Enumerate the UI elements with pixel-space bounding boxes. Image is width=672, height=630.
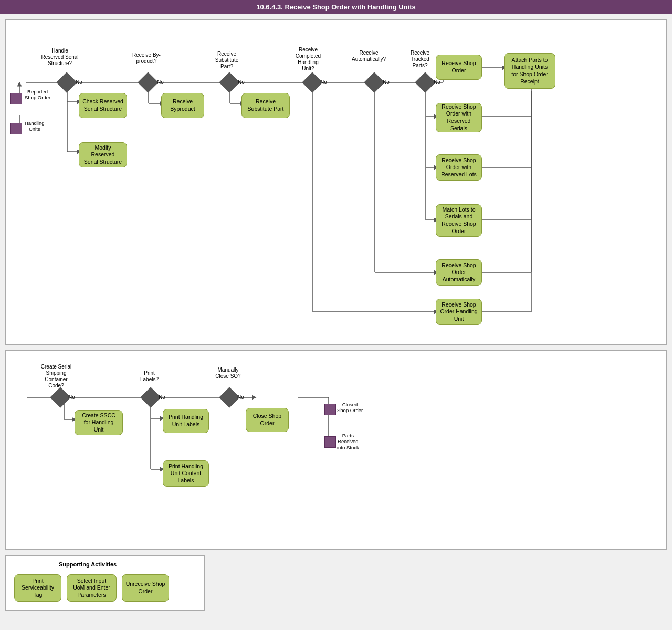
upper-svg <box>6 20 657 346</box>
attach-parts-hu[interactable]: Attach Parts toHandling Unitsfor Shop Or… <box>504 53 555 89</box>
receive-shop-order[interactable]: Receive ShopOrder <box>436 55 482 80</box>
check-reserved-serial[interactable]: Check ReservedSerial Structure <box>79 93 127 118</box>
upper-section: ReportedShop Order HandlingUnits HandleR… <box>5 19 667 345</box>
decision-tracked-parts <box>415 72 436 93</box>
close-shop-order[interactable]: Close ShopOrder <box>246 408 289 432</box>
decision-completed-hu <box>302 72 323 93</box>
receive-auto[interactable]: Receive ShopOrderAutomatically <box>436 259 482 286</box>
decision-print <box>140 387 161 408</box>
no-label-d2: No <box>157 79 164 86</box>
parts-received-icon <box>324 436 336 448</box>
page-container: 10.6.4.3. Receive Shop Order with Handli… <box>0 0 672 630</box>
no-label-d4: No <box>320 79 327 86</box>
create-sscc[interactable]: Create SSCCfor Handling Unit <box>75 410 123 435</box>
decision-print-label: PrintLabels? <box>132 370 166 383</box>
decision-receive-auto <box>364 72 385 93</box>
legend-unreceive-shop-order[interactable]: Unreceive ShopOrder <box>122 574 169 602</box>
print-content-labels[interactable]: Print HandlingUnit ContentLabels <box>163 460 209 487</box>
decision-sscc <box>50 387 71 408</box>
decision-completed-hu-label: ReceiveCompletedHandlingUnit? <box>287 47 329 72</box>
print-hu-labels[interactable]: Print HandlingUnit Labels <box>163 409 209 433</box>
legend-area: Supporting Activities PrintServiceabilit… <box>5 555 205 611</box>
decision-receive-byproduct <box>138 72 159 93</box>
parts-received-label: PartsReceivedinto Stock <box>337 433 359 450</box>
decision-manual-close <box>219 387 240 408</box>
decision-handle-reserved-label: HandleReserved SerialStructure? <box>39 48 81 67</box>
diagram-area: ReportedShop Order HandlingUnits HandleR… <box>0 14 672 616</box>
match-lots-serials[interactable]: Match Lots toSerials andReceive ShopOrde… <box>436 204 482 237</box>
receive-substitute-part[interactable]: ReceiveSubstitute Part <box>242 93 290 118</box>
decision-receive-substitute <box>219 72 240 93</box>
receive-shop-order-reserved-lots[interactable]: Receive ShopOrder withReserved Lots <box>436 154 482 181</box>
receive-shop-order-hu[interactable]: Receive ShopOrder HandlingUnit <box>436 299 482 325</box>
decision-receive-byproduct-label: Receive By-product? <box>128 52 165 65</box>
no-label-d5: No <box>383 79 390 86</box>
legend-print-serviceability[interactable]: PrintServiceabilityTag <box>14 574 61 602</box>
decision-sscc-label: Create SerialShippingContainerCode? <box>33 364 80 389</box>
no-label-print: No <box>159 394 165 401</box>
no-label-manual: No <box>237 394 244 401</box>
receive-byproduct[interactable]: ReceiveByproduct <box>161 93 204 118</box>
receive-shop-order-reserved-serials[interactable]: Receive ShopOrder withReserved Serials <box>436 103 482 132</box>
reported-shop-order-icon <box>10 93 22 104</box>
title-bar: 10.6.4.3. Receive Shop Order with Handli… <box>0 0 672 14</box>
no-label-d6: No <box>434 79 440 86</box>
handling-units-icon <box>10 123 22 134</box>
decision-receive-substitute-label: ReceiveSubstitutePart? <box>208 51 245 70</box>
closed-shop-order-label: ClosedShop Order <box>337 402 363 414</box>
legend-boxes: PrintServiceabilityTag Select InputUoM a… <box>12 572 198 604</box>
decision-manual-close-label: ManuallyClose SO? <box>208 367 248 380</box>
decision-tracked-parts-label: ReceiveTrackedParts? <box>399 50 441 69</box>
reported-shop-order-label: ReportedShop Order <box>25 89 50 101</box>
no-label-d3: No <box>238 79 245 86</box>
legend-title: Supporting Activities <box>59 561 198 568</box>
decision-receive-auto-label: ReceiveAutomatically? <box>346 50 391 62</box>
no-label-d1: No <box>76 79 82 86</box>
legend-select-input-uom[interactable]: Select InputUoM and EnterParameters <box>67 574 117 602</box>
decision-handle-reserved <box>56 72 77 93</box>
lower-section: Create SerialShippingContainerCode? No P… <box>5 350 667 550</box>
lower-svg <box>6 351 657 551</box>
closed-shop-order-icon <box>324 404 336 415</box>
handling-units-label: HandlingUnits <box>25 120 45 132</box>
modify-reserved-serial[interactable]: Modify ReservedSerial Structure <box>79 142 127 167</box>
page-title: 10.6.4.3. Receive Shop Order with Handli… <box>256 3 415 11</box>
no-label-sscc: No <box>68 394 75 401</box>
